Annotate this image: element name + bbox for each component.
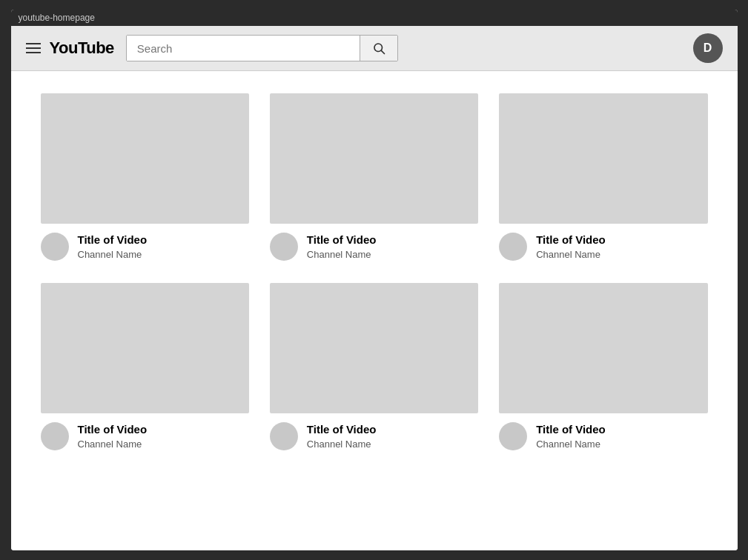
youtube-logo[interactable]: YouTube (50, 39, 114, 58)
video-thumbnail-2 (270, 93, 478, 224)
channel-avatar-6 (499, 422, 527, 450)
video-title-2: Title of Video (307, 233, 377, 247)
video-info-4: Title of Video Channel Name (41, 422, 249, 450)
channel-avatar-1 (41, 233, 69, 261)
video-thumbnail-1 (41, 93, 249, 224)
video-card-1[interactable]: Title of Video Channel Name (41, 93, 249, 261)
video-info-3: Title of Video Channel Name (499, 233, 707, 261)
hamburger-line-1 (26, 43, 41, 44)
video-thumbnail-4 (41, 283, 249, 413)
channel-name-6: Channel Name (536, 439, 606, 450)
header: YouTube D (11, 26, 738, 71)
video-card-5[interactable]: Title of Video Channel Name (270, 283, 478, 450)
video-text-6: Title of Video Channel Name (536, 422, 606, 450)
search-input[interactable] (127, 36, 360, 61)
avatar-initial: D (704, 41, 712, 55)
svg-line-1 (382, 50, 385, 53)
main-content: Title of Video Channel Name Title of Vid… (11, 71, 738, 550)
video-thumbnail-3 (499, 93, 707, 224)
video-card-4[interactable]: Title of Video Channel Name (41, 283, 249, 450)
video-title-4: Title of Video (78, 422, 148, 437)
channel-name-2: Channel Name (307, 249, 377, 260)
video-title-3: Title of Video (536, 233, 606, 247)
app-window: youtube-homepage YouTube D (11, 10, 738, 550)
video-title-6: Title of Video (536, 422, 606, 437)
video-text-3: Title of Video Channel Name (536, 233, 606, 261)
menu-button[interactable] (26, 43, 41, 53)
channel-avatar-5 (270, 422, 298, 450)
video-title-5: Title of Video (307, 422, 377, 437)
user-avatar[interactable]: D (693, 33, 723, 63)
video-text-2: Title of Video Channel Name (307, 233, 377, 261)
video-text-4: Title of Video Channel Name (78, 422, 148, 450)
search-bar (126, 35, 398, 61)
video-card-6[interactable]: Title of Video Channel Name (499, 283, 707, 450)
channel-name-5: Channel Name (307, 439, 377, 450)
video-info-1: Title of Video Channel Name (41, 233, 249, 261)
channel-avatar-4 (41, 422, 69, 450)
hamburger-line-3 (26, 52, 41, 53)
video-card-2[interactable]: Title of Video Channel Name (270, 93, 478, 261)
video-title-1: Title of Video (78, 233, 148, 247)
channel-avatar-3 (499, 233, 527, 261)
hamburger-line-2 (26, 47, 41, 49)
channel-name-3: Channel Name (536, 249, 606, 260)
channel-name-4: Channel Name (78, 439, 148, 450)
header-left: YouTube (26, 39, 114, 58)
video-info-2: Title of Video Channel Name (270, 233, 478, 261)
search-button[interactable] (360, 36, 397, 61)
titlebar-label: youtube-homepage (19, 13, 95, 23)
video-grid: Title of Video Channel Name Title of Vid… (41, 93, 708, 450)
video-info-5: Title of Video Channel Name (270, 422, 478, 450)
channel-name-1: Channel Name (78, 249, 148, 260)
video-text-5: Title of Video Channel Name (307, 422, 377, 450)
channel-avatar-2 (270, 233, 298, 261)
video-thumbnail-6 (499, 283, 707, 413)
video-thumbnail-5 (270, 283, 478, 413)
titlebar: youtube-homepage (11, 10, 738, 26)
video-card-3[interactable]: Title of Video Channel Name (499, 93, 707, 261)
search-icon (372, 41, 385, 55)
video-info-6: Title of Video Channel Name (499, 422, 707, 450)
video-text-1: Title of Video Channel Name (78, 233, 148, 261)
